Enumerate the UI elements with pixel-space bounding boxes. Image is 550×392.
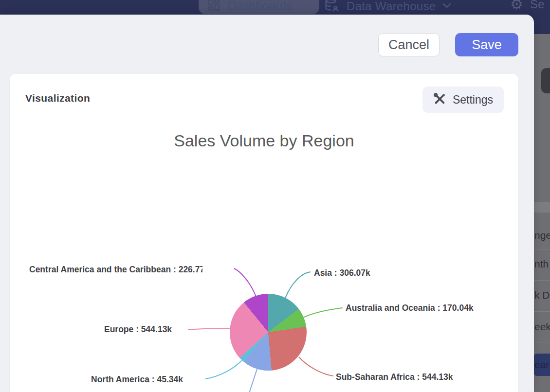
cancel-button[interactable]: Cancel <box>378 33 440 56</box>
list-divider <box>534 280 550 281</box>
chart-title: Sales Volume by Region <box>10 131 518 150</box>
card-heading: Visualization <box>25 92 90 104</box>
nav-label-data-warehouse: Data Warehouse <box>347 0 436 13</box>
pie-label-asia: Asia : 306.07k <box>314 268 370 278</box>
pie-label-europe: Europe : 544.13k <box>104 324 172 335</box>
pie-label-sub-saharan-africa: Sub-Saharan Africa : 544.13k <box>336 372 453 382</box>
settings-button-label: Settings <box>453 93 493 107</box>
list-item-fragment[interactable]: nge <box>534 230 550 241</box>
list-item-fragment[interactable]: nth <box>534 258 549 270</box>
pie-label-central-america: Central America and the Caribbean : 226.… <box>29 265 202 275</box>
visualization-modal: Cancel Save Visualization Settings Sales… <box>0 15 534 392</box>
visualization-card: Visualization Settings Sales Volume by R… <box>10 74 518 392</box>
nav-item-settings[interactable]: ⚙ Se <box>510 0 550 12</box>
background-section-band <box>534 202 550 213</box>
database-user-icon <box>324 0 340 15</box>
list-item-selected[interactable]: ear <box>534 354 550 376</box>
tools-icon <box>433 92 446 107</box>
clipped-digit: 7 <box>200 265 202 275</box>
chevron-down-icon <box>442 2 451 11</box>
nav-item-dashboards[interactable]: Dashboards <box>206 0 292 14</box>
list-divider <box>534 249 550 249</box>
pie-label-north-america: North America : 45.34k <box>91 374 183 385</box>
pie-chart[interactable] <box>230 294 307 371</box>
dashboard-icon <box>206 0 221 14</box>
list-divider <box>534 342 550 342</box>
list-item-fragment[interactable]: k D <box>534 289 550 301</box>
list-item-fragment[interactable]: eek <box>534 321 550 333</box>
save-button[interactable]: Save <box>455 33 518 56</box>
nav-label-dashboards: Dashboards <box>228 0 292 13</box>
background-page-strip: nge nth k D eek ear <box>534 34 550 392</box>
settings-button[interactable]: Settings <box>422 87 504 113</box>
list-divider <box>534 311 550 312</box>
pie-label-australia-oceania: Australia and Oceania : 170.04k <box>346 303 474 313</box>
background-dark-button-fragment[interactable] <box>541 68 550 93</box>
gear-icon: ⚙ <box>510 0 523 12</box>
list-item-fragment: ear <box>534 359 549 371</box>
nav-item-data-warehouse[interactable]: Data Warehouse <box>324 0 451 15</box>
nav-label-settings: Se <box>530 0 550 11</box>
